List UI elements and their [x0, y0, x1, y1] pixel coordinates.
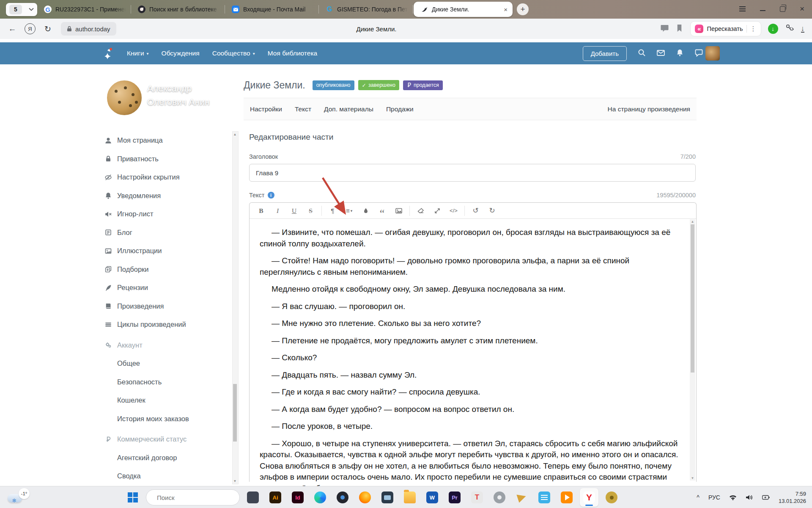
- sidebar-item-general[interactable]: Общее: [100, 354, 227, 373]
- close-window-icon[interactable]: ×: [800, 4, 804, 14]
- search-input[interactable]: [156, 494, 242, 502]
- minimize-icon[interactable]: [760, 10, 765, 11]
- browser-tab-patent[interactable]: G RU2322973C1 - Применен: [37, 0, 131, 19]
- tab-materials[interactable]: Доп. материалы: [324, 105, 373, 113]
- restore-window-icon[interactable]: [780, 6, 785, 12]
- nav-library[interactable]: Моя библиотека: [268, 50, 317, 57]
- taskbar-app-settings[interactable]: [490, 488, 509, 507]
- sidebar-item-illustrations[interactable]: Иллюстрации: [100, 242, 227, 260]
- sidebar-item-privacy[interactable]: Приватность: [100, 150, 227, 168]
- underline-button[interactable]: U: [286, 205, 302, 216]
- sidebar-item-blog[interactable]: Блог: [100, 224, 227, 242]
- browser-tab-active[interactable]: Дикие Земли. ×: [414, 2, 513, 17]
- browser-tab-gismeteo[interactable]: G GISMETEO: Погода в Петр: [319, 0, 413, 19]
- taskbar-app-word[interactable]: W: [423, 488, 442, 507]
- color-drop-button[interactable]: [357, 205, 374, 216]
- tab-sales[interactable]: Продажи: [386, 105, 414, 113]
- text-editor[interactable]: B I U S ¶ ≡▾ “ </>: [249, 202, 697, 482]
- extensions-icon[interactable]: [785, 24, 794, 34]
- bookmark-icon[interactable]: [675, 24, 683, 34]
- scroll-down-icon[interactable]: ▼: [690, 476, 695, 480]
- taskbar-app-media-reel[interactable]: [602, 488, 621, 507]
- taskbar-app-yandex-browser[interactable]: Y: [580, 488, 598, 507]
- yandex-home-button[interactable]: Я: [25, 23, 36, 34]
- downloads-icon[interactable]: ↓: [801, 25, 805, 33]
- editor-content[interactable]: — Извините, что помешал. — огибая девушк…: [250, 219, 696, 494]
- sidebar-item-ignore-list[interactable]: Игнор-лист: [100, 205, 227, 224]
- reload-button[interactable]: ↻: [41, 24, 55, 34]
- avatar[interactable]: [705, 46, 720, 61]
- sidebar-item-works[interactable]: Произведения: [100, 297, 227, 316]
- retell-button[interactable]: « Пересказать ⋮: [690, 21, 761, 36]
- sidebar-item-hide-settings[interactable]: Настройки скрытия: [100, 168, 227, 187]
- mail-icon[interactable]: [657, 49, 665, 58]
- scroll-down-icon[interactable]: ▼: [233, 479, 237, 483]
- fullscreen-button[interactable]: [429, 205, 445, 216]
- avatar-leopard[interactable]: [106, 79, 143, 116]
- kebab-menu-icon[interactable]: ⋮: [750, 25, 757, 33]
- nav-community[interactable]: Сообщество▾: [212, 50, 255, 57]
- taskbar-app-firefox[interactable]: [356, 488, 374, 507]
- taskbar-app-edge[interactable]: [311, 488, 329, 507]
- tab-text[interactable]: Текст: [295, 105, 311, 113]
- tab-settings[interactable]: Настройки: [250, 105, 282, 113]
- taskbar-app-t[interactable]: T: [468, 488, 486, 507]
- taskbar-app-dark-2[interactable]: [333, 488, 352, 507]
- taskbar-app-notes[interactable]: [535, 488, 554, 507]
- taskbar-app-orange-play[interactable]: [557, 488, 576, 507]
- new-tab-button[interactable]: +: [517, 3, 529, 15]
- comments-icon[interactable]: [661, 24, 669, 34]
- tab-counter-button[interactable]: 5: [6, 3, 37, 16]
- sidebar-item-security[interactable]: Безопасность: [100, 373, 227, 392]
- battery-icon[interactable]: [762, 494, 770, 501]
- chapter-title-input[interactable]: [249, 164, 696, 182]
- sidebar-item-order-history[interactable]: История моих заказов: [100, 410, 227, 428]
- sidebar-item-collections[interactable]: Подборки: [100, 260, 227, 279]
- sidebar-scrollbar[interactable]: ▲ ▼: [232, 131, 239, 484]
- strikethrough-button[interactable]: S: [302, 205, 319, 216]
- eraser-button[interactable]: [412, 205, 429, 216]
- clock[interactable]: 7:59 13.01.2026: [779, 490, 806, 505]
- download-complete-icon[interactable]: ↓: [768, 24, 778, 34]
- sidebar-item-cycles[interactable]: Циклы произведений: [100, 315, 227, 334]
- scrollbar-thumb[interactable]: [691, 224, 694, 373]
- sidebar-item-my-page[interactable]: Моя страница: [100, 131, 227, 150]
- sidebar-item-wallet[interactable]: Кошелек: [100, 391, 227, 410]
- editor-scrollbar[interactable]: ▲ ▼: [690, 219, 695, 480]
- chat-icon[interactable]: [695, 49, 703, 58]
- taskbar-app-indesign[interactable]: Id: [288, 488, 307, 507]
- image-button[interactable]: [390, 205, 407, 216]
- bold-button[interactable]: B: [253, 205, 269, 216]
- taskbar-app-dark[interactable]: [244, 488, 262, 507]
- bell-icon[interactable]: [676, 49, 684, 58]
- tray-chevron-icon[interactable]: ^: [697, 494, 700, 501]
- paragraph-button[interactable]: ¶: [324, 205, 341, 216]
- to-work-page-link[interactable]: На страницу произведения: [608, 105, 690, 113]
- scroll-up-icon[interactable]: ▲: [690, 220, 695, 224]
- start-button[interactable]: [123, 488, 142, 507]
- sidebar-item-notifications[interactable]: Уведомления: [100, 187, 227, 205]
- scrollbar-thumb[interactable]: [233, 384, 237, 442]
- code-button[interactable]: </>: [445, 205, 462, 216]
- browser-tab-books[interactable]: Поиск книг в библиотеке: [131, 0, 225, 19]
- wifi-icon[interactable]: [729, 494, 737, 501]
- volume-icon[interactable]: [746, 494, 753, 501]
- italic-button[interactable]: I: [269, 205, 286, 216]
- add-button[interactable]: Добавить: [583, 46, 627, 61]
- taskbar-app-illustrator[interactable]: Ai: [266, 488, 285, 507]
- profile-card[interactable]: Александр Олегович Анин: [100, 72, 238, 123]
- close-icon[interactable]: ×: [504, 6, 508, 13]
- language-indicator[interactable]: РУС: [708, 494, 720, 501]
- weather-widget[interactable]: ❄ -1°: [7, 489, 30, 506]
- site-logo[interactable]: [101, 45, 118, 62]
- sidebar-item-reviews[interactable]: Рецензии: [100, 279, 227, 297]
- url-field[interactable]: author.today: [61, 22, 116, 36]
- sidebar-item-agent-contract[interactable]: Агентский договор: [100, 449, 227, 467]
- taskbar-app-explorer[interactable]: [401, 488, 419, 507]
- blockquote-button[interactable]: “: [374, 203, 390, 219]
- back-button[interactable]: ←: [5, 24, 19, 33]
- taskbar-app-megaphone[interactable]: [513, 488, 531, 507]
- browser-tab-mail[interactable]: Входящие - Почта Mail: [225, 0, 319, 19]
- taskbar-app-premiere[interactable]: Pr: [445, 488, 464, 507]
- sidebar-item-summary[interactable]: Сводка: [100, 467, 227, 486]
